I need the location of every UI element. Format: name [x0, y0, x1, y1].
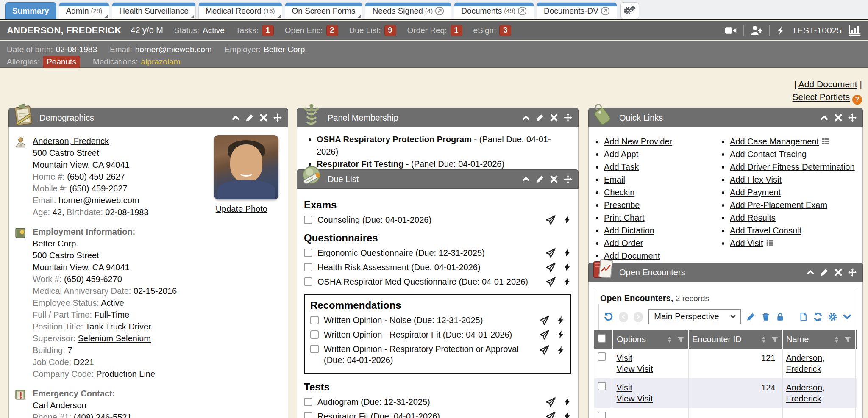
chevron-down-icon[interactable] — [843, 312, 852, 322]
quick-link[interactable]: Print Chart — [604, 213, 645, 222]
quick-perform-icon[interactable] — [556, 316, 565, 324]
quick-perform-icon[interactable] — [563, 398, 571, 406]
tab-settings-button[interactable] — [620, 2, 639, 19]
external-link-icon[interactable] — [601, 6, 610, 16]
quick-link[interactable]: Add Visit — [730, 238, 763, 248]
quick-link[interactable]: Add Travel Consult — [730, 226, 801, 235]
send-order-icon[interactable] — [545, 215, 556, 225]
patient-name-link[interactable]: Anderson, Frederick — [786, 383, 825, 403]
quick-perform-icon[interactable] — [563, 249, 571, 257]
move-icon[interactable] — [564, 175, 572, 183]
collapse-icon[interactable] — [806, 268, 815, 277]
select-all-checkbox[interactable] — [598, 334, 606, 343]
move-icon[interactable] — [273, 113, 282, 122]
move-icon[interactable] — [848, 113, 857, 122]
reset-icon[interactable] — [604, 312, 613, 322]
send-order-icon[interactable] — [545, 277, 556, 287]
external-link-icon[interactable] — [517, 6, 527, 16]
sort-icon[interactable] — [760, 336, 768, 343]
due-item-checkbox[interactable] — [310, 316, 319, 324]
collapse-icon[interactable] — [522, 113, 530, 122]
close-icon[interactable] — [834, 113, 843, 122]
visit-link[interactable]: Visit — [617, 383, 632, 392]
row-checkbox[interactable] — [598, 382, 606, 390]
add-document-link[interactable]: Add Document — [798, 79, 857, 89]
list-menu-icon[interactable] — [821, 137, 829, 145]
quick-link[interactable]: Prescribe — [604, 200, 640, 210]
quick-link[interactable]: Add Contact Tracing — [730, 149, 807, 159]
row-checkbox[interactable] — [598, 352, 606, 361]
tab-summary[interactable]: Summary — [5, 2, 56, 19]
edit-icon[interactable] — [536, 175, 544, 183]
send-order-icon[interactable] — [539, 315, 550, 326]
list-menu-icon[interactable] — [766, 239, 774, 247]
due-item-checkbox[interactable] — [310, 330, 319, 339]
tab-needs-signed[interactable]: Needs Signed(4) — [365, 2, 451, 19]
quick-link[interactable]: Add Results — [730, 213, 776, 222]
move-icon[interactable] — [564, 113, 572, 122]
patient-name-link[interactable]: Anderson, Frederick — [33, 136, 109, 146]
visit-link[interactable]: Visit — [617, 353, 632, 363]
filter-icon[interactable] — [844, 336, 851, 343]
quick-link[interactable]: Email — [604, 175, 625, 184]
send-order-icon[interactable] — [545, 262, 556, 273]
edit-icon[interactable] — [536, 113, 544, 122]
perspective-select[interactable]: Main Perspective — [648, 309, 741, 324]
tab-documents[interactable]: Documents(49) — [454, 2, 534, 19]
delete-perspective-icon[interactable] — [761, 312, 771, 322]
send-order-icon[interactable] — [539, 345, 550, 355]
patient-photo[interactable] — [214, 135, 278, 199]
quick-link[interactable]: Add Payment — [730, 188, 781, 197]
quick-perform-icon[interactable] — [563, 216, 571, 224]
grid-settings-icon[interactable] — [828, 312, 837, 322]
tab-medical-record[interactable]: Medical Record(16) — [198, 2, 282, 19]
quick-perform-icon[interactable] — [563, 263, 571, 271]
filter-icon[interactable] — [677, 336, 684, 343]
person-add-icon[interactable] — [751, 25, 762, 36]
quick-link[interactable]: Checkin — [604, 188, 634, 197]
next-page-button[interactable] — [634, 312, 643, 322]
filter-icon[interactable] — [771, 336, 779, 343]
quick-link[interactable]: Add Case Management — [730, 137, 819, 146]
edit-icon[interactable] — [245, 113, 254, 122]
external-link-icon[interactable] — [435, 6, 444, 16]
tab-health-surveillance[interactable]: Health Surveillance — [112, 2, 196, 19]
close-icon[interactable] — [550, 113, 558, 122]
send-order-icon[interactable] — [545, 411, 556, 418]
send-order-icon[interactable] — [539, 329, 550, 340]
quick-perform-icon[interactable] — [556, 330, 565, 339]
quick-link[interactable]: Add Order — [604, 238, 643, 248]
video-camera-icon[interactable] — [725, 26, 737, 35]
tab-admin[interactable]: Admin(28) — [59, 2, 110, 19]
quick-perform-icon[interactable] — [556, 346, 565, 354]
esign-count-badge[interactable]: 3 — [499, 25, 511, 36]
collapse-icon[interactable] — [820, 113, 829, 122]
quick-link[interactable]: Add New Provider — [604, 137, 672, 146]
patient-name-link[interactable]: Anderson, Frederick — [786, 353, 825, 374]
quick-link[interactable]: Add Task — [604, 162, 639, 172]
update-photo-link[interactable]: Update Photo — [216, 203, 267, 215]
refresh-icon[interactable] — [813, 312, 823, 322]
quick-link[interactable]: Add Appt — [604, 149, 638, 159]
row-checkbox[interactable] — [598, 412, 606, 418]
select-portlets-link[interactable]: Select Portlets — [793, 92, 850, 102]
due-item-checkbox[interactable] — [304, 277, 312, 286]
lightning-bolt-icon[interactable] — [776, 25, 785, 36]
order-req-count-badge[interactable]: 1 — [451, 25, 462, 36]
view-visit-link[interactable]: View Visit — [617, 364, 653, 374]
new-page-icon[interactable] — [799, 312, 808, 322]
close-icon[interactable] — [259, 113, 268, 122]
close-icon[interactable] — [550, 175, 558, 183]
quick-link[interactable]: Add Dictation — [604, 226, 654, 235]
collapse-icon[interactable] — [231, 113, 240, 122]
due-item-checkbox[interactable] — [304, 263, 312, 271]
tab-on-screen-forms[interactable]: On Screen Forms — [285, 2, 363, 19]
due-item-checkbox[interactable] — [304, 249, 312, 257]
bar-chart-icon[interactable] — [849, 25, 861, 36]
edit-perspective-icon[interactable] — [746, 312, 756, 322]
allergy-badge[interactable]: Peanuts — [43, 56, 80, 68]
move-icon[interactable] — [848, 268, 857, 277]
view-visit-link[interactable]: View Visit — [617, 394, 653, 403]
sort-icon[interactable] — [666, 336, 673, 343]
quick-link[interactable]: Add Pre-Placement Exam — [730, 200, 827, 210]
